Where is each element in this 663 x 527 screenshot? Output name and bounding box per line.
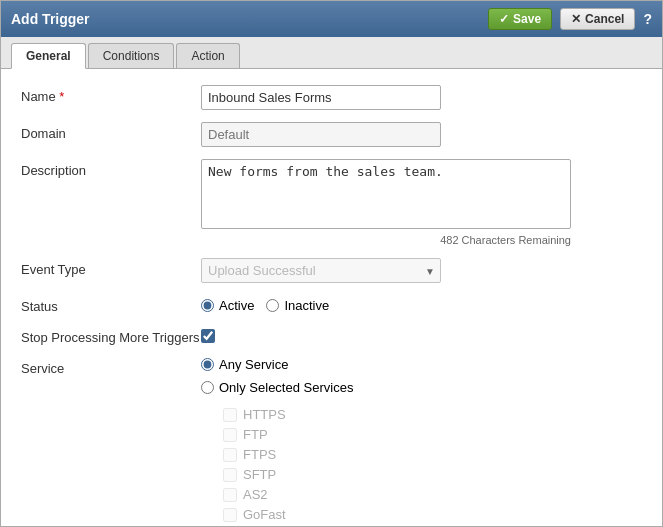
cancel-button[interactable]: ✕ Cancel [560, 8, 635, 30]
description-label: Description [21, 159, 201, 178]
status-field-wrap: Active Inactive [201, 295, 642, 313]
add-trigger-window: Add Trigger ✓ Save ✕ Cancel ? General Co… [0, 0, 663, 527]
service-gofast-checkbox[interactable] [223, 508, 237, 522]
description-row: Description 482 Characters Remaining [21, 159, 642, 246]
event-type-dropdown-wrap: Upload Successful ▼ [201, 258, 441, 283]
tab-conditions[interactable]: Conditions [88, 43, 175, 68]
stop-processing-row: Stop Processing More Triggers [21, 326, 642, 345]
status-active-radio[interactable] [201, 299, 214, 312]
status-active-label: Active [219, 298, 254, 313]
service-sftp[interactable]: SFTP [223, 467, 642, 482]
service-https-label: HTTPS [243, 407, 286, 422]
service-gofast[interactable]: GoFast [223, 507, 642, 522]
titlebar: Add Trigger ✓ Save ✕ Cancel ? [1, 1, 662, 37]
service-row: Service Any Service Only Selected Servic… [21, 357, 642, 522]
service-selected-option[interactable]: Only Selected Services [201, 380, 642, 395]
service-https[interactable]: HTTPS [223, 407, 642, 422]
domain-label: Domain [21, 122, 201, 141]
service-ftp[interactable]: FTP [223, 427, 642, 442]
window-title: Add Trigger [11, 11, 480, 27]
service-as2-checkbox[interactable] [223, 488, 237, 502]
status-inactive-label: Inactive [284, 298, 329, 313]
domain-input[interactable] [201, 122, 441, 147]
save-icon: ✓ [499, 12, 509, 26]
name-required: * [59, 89, 64, 104]
name-label: Name * [21, 85, 201, 104]
service-ftps-label: FTPS [243, 447, 276, 462]
name-field-wrap [201, 85, 642, 110]
service-label: Service [21, 357, 201, 376]
service-field-wrap: Any Service Only Selected Services HTTPS [201, 357, 642, 522]
save-label: Save [513, 12, 541, 26]
service-ftps-checkbox[interactable] [223, 448, 237, 462]
service-https-checkbox[interactable] [223, 408, 237, 422]
status-row: Status Active Inactive [21, 295, 642, 314]
service-ftp-checkbox[interactable] [223, 428, 237, 442]
status-label: Status [21, 295, 201, 314]
domain-field-wrap [201, 122, 642, 147]
save-button[interactable]: ✓ Save [488, 8, 552, 30]
name-input[interactable] [201, 85, 441, 110]
cancel-label: Cancel [585, 12, 624, 26]
service-as2[interactable]: AS2 [223, 487, 642, 502]
service-gofast-label: GoFast [243, 507, 286, 522]
service-ftps[interactable]: FTPS [223, 447, 642, 462]
stop-processing-checkbox[interactable] [201, 329, 215, 343]
status-radio-group: Active Inactive [201, 295, 642, 313]
event-type-row: Event Type Upload Successful ▼ [21, 258, 642, 283]
form-content: Name * Domain Description 482 Characters… [1, 69, 662, 526]
stop-processing-checkbox-wrap [201, 326, 642, 343]
service-ftp-label: FTP [243, 427, 268, 442]
service-selected-radio[interactable] [201, 381, 214, 394]
domain-row: Domain [21, 122, 642, 147]
service-sftp-label: SFTP [243, 467, 276, 482]
service-any-label: Any Service [219, 357, 288, 372]
status-active-option[interactable]: Active [201, 298, 254, 313]
description-field-wrap: 482 Characters Remaining [201, 159, 642, 246]
status-inactive-radio[interactable] [266, 299, 279, 312]
service-selected-label: Only Selected Services [219, 380, 353, 395]
service-sub-options: HTTPS FTP FTPS SFTP [223, 407, 642, 522]
tab-action[interactable]: Action [176, 43, 239, 68]
description-input[interactable] [201, 159, 571, 229]
event-type-field-wrap: Upload Successful ▼ [201, 258, 642, 283]
cancel-icon: ✕ [571, 12, 581, 26]
tab-general[interactable]: General [11, 43, 86, 69]
tabs-bar: General Conditions Action [1, 37, 662, 69]
stop-processing-field-wrap [201, 326, 642, 343]
name-row: Name * [21, 85, 642, 110]
help-button[interactable]: ? [643, 11, 652, 27]
service-any-radio[interactable] [201, 358, 214, 371]
event-type-label: Event Type [21, 258, 201, 277]
stop-processing-label: Stop Processing More Triggers [21, 326, 201, 345]
service-any-option[interactable]: Any Service [201, 357, 642, 372]
status-inactive-option[interactable]: Inactive [266, 298, 329, 313]
service-options: Any Service Only Selected Services HTTPS [201, 357, 642, 522]
service-as2-label: AS2 [243, 487, 268, 502]
service-sftp-checkbox[interactable] [223, 468, 237, 482]
char-count: 482 Characters Remaining [201, 234, 571, 246]
event-type-select[interactable]: Upload Successful [201, 258, 441, 283]
